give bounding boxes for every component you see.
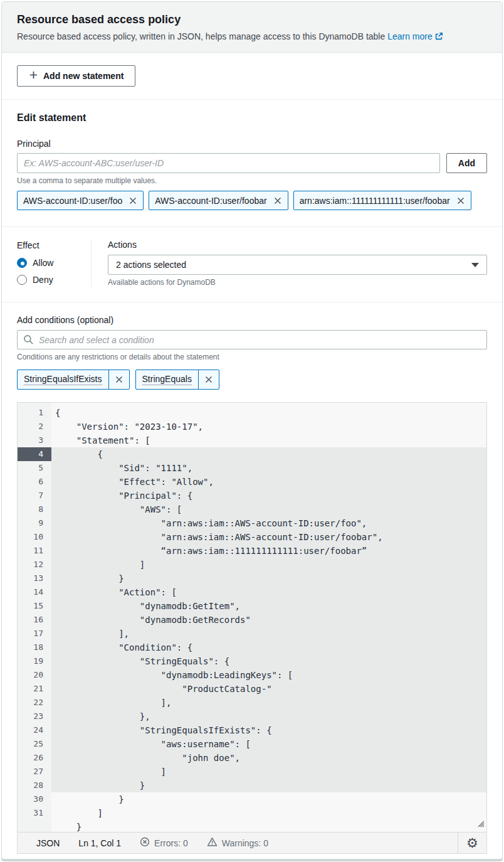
line-number: 9 (18, 516, 51, 530)
line-number: 26 (18, 751, 51, 765)
code-line-text[interactable]: { (51, 406, 486, 420)
code-line-text[interactable]: "ProductCatalog-" (51, 682, 486, 696)
effect-radio-group: AllowDeny (17, 258, 91, 285)
editor-line: 9 "arn:aws:iam::AWS-account-ID:user/foo"… (18, 516, 486, 530)
resize-handle-icon[interactable] (477, 818, 485, 830)
code-line-text[interactable]: } (51, 792, 486, 806)
actions-helper: Available actions for DynamoDB (108, 278, 487, 287)
code-line-text[interactable]: } (51, 820, 486, 833)
editor-line: 14 "Action": [ (18, 585, 486, 599)
policy-json-editor[interactable]: 1{2 "Version": "2023-10-17",3 "Statement… (17, 402, 487, 833)
code-line-text[interactable]: "arn:aws:iam::AWS-account-ID:user/foobar… (51, 530, 486, 544)
code-line-text[interactable]: ], (51, 696, 486, 710)
condition-tags: StringEqualsIfExistsStringEquals (17, 370, 487, 390)
principal-helper: Use a comma to separate multiple values. (17, 176, 487, 185)
remove-principal-tag-button[interactable] (456, 196, 465, 205)
principal-label: Principal (17, 139, 487, 149)
code-line-text[interactable]: "Version": "2023-10-17", (51, 420, 486, 434)
radio-unselected-icon[interactable] (17, 275, 27, 285)
condition-tag-label[interactable]: StringEquals (142, 374, 192, 385)
conditions-helper: Conditions are any restrictions or detai… (17, 353, 487, 361)
code-line-text[interactable]: "dynamodb:GetRecords" (51, 613, 486, 627)
line-number: 24 (18, 723, 51, 737)
line-number: 1 (18, 406, 51, 420)
radio-selected-icon[interactable] (17, 258, 27, 268)
remove-principal-tag-button[interactable] (273, 196, 282, 205)
errors-status[interactable]: Errors: 0 (140, 837, 188, 849)
actions-dropdown[interactable]: 2 actions selected (108, 255, 487, 275)
line-number: 7 (18, 489, 51, 503)
condition-search-input[interactable] (17, 330, 487, 349)
code-line-text[interactable]: "Action": [ (51, 585, 486, 599)
code-line-text[interactable]: "dynamodb:GetItem", (51, 599, 486, 613)
code-line-text[interactable]: ] (51, 765, 486, 779)
code-line-text[interactable]: “arn:aws:iam::111111111111:user/foobar” (51, 544, 486, 558)
code-line-text[interactable]: "arn:aws:iam::AWS-account-ID:user/foo", (51, 516, 486, 530)
actions-label: Actions (108, 240, 487, 250)
add-principal-button[interactable]: Add (446, 153, 487, 173)
principal-tag-label: arn:aws:iam::111111111111:user/foobar (300, 196, 450, 206)
language-indicator: JSON (36, 838, 60, 848)
gear-icon: ⚙ (466, 836, 478, 849)
code-line-text[interactable]: "Condition": { (51, 641, 486, 654)
editor-line: 10 "arn:aws:iam::AWS-account-ID:user/foo… (18, 530, 486, 544)
code-line-text[interactable]: } (51, 779, 486, 792)
code-line-text[interactable]: "Sid": "1111", (51, 461, 486, 475)
condition-tag-label[interactable]: StringEqualsIfExists (24, 374, 102, 385)
warning-icon (207, 837, 218, 849)
code-line-text[interactable]: "dynamodb:LeadingKeys": [ (51, 668, 486, 682)
editor-line: 16 "dynamodb:GetRecords" (18, 613, 486, 627)
principal-tag: arn:aws:iam::111111111111:user/foobar (293, 191, 471, 210)
editor-line: 13 } (18, 572, 486, 585)
code-line-text[interactable]: }, (51, 710, 486, 723)
editor-line: 3 "Statement": [ (18, 434, 486, 447)
condition-tag: StringEquals (135, 370, 219, 390)
remove-condition-tag-button[interactable] (198, 370, 219, 389)
line-number: 25 (18, 737, 51, 751)
line-number: 16 (18, 613, 51, 627)
line-number: 17 (18, 627, 51, 641)
remove-principal-tag-button[interactable] (129, 196, 137, 205)
editor-status-bar: JSON Ln 1, Col 1 Errors: 0 Warnings: 0 ⚙ (17, 833, 487, 854)
effect-radio-deny[interactable]: Deny (17, 275, 91, 285)
radio-label: Allow (33, 258, 53, 268)
line-number: 10 (18, 530, 51, 544)
code-line-text[interactable]: ] (51, 806, 486, 820)
editor-line: 23 }, (18, 710, 486, 723)
line-number: 14 (18, 585, 51, 599)
line-number: 15 (18, 599, 51, 613)
add-new-statement-button[interactable]: Add new statement (17, 65, 135, 87)
editor-line: 25 "aws:username": [ (18, 737, 486, 751)
principal-tags: AWS-account-ID:user/fooAWS-account-ID:us… (17, 191, 487, 210)
code-line-text[interactable]: } (51, 572, 486, 585)
line-number: 19 (18, 654, 51, 668)
principal-input[interactable] (17, 153, 440, 173)
editor-line: 19 "StringEquals": { (18, 654, 486, 668)
code-line-text[interactable]: "StringEqualsIfExists": { (51, 723, 486, 737)
line-number: 21 (18, 682, 51, 696)
editor-line: 18 "Condition": { (18, 641, 486, 654)
code-line-text[interactable]: "Statement": [ (51, 434, 486, 447)
editor-settings-button[interactable]: ⚙ (458, 833, 486, 853)
editor-line: 20 "dynamodb:LeadingKeys": [ (18, 668, 486, 682)
editor-line: 26 "john doe", (18, 751, 486, 765)
line-number: 12 (18, 558, 51, 572)
code-line-text[interactable]: { (51, 447, 486, 461)
code-line-text[interactable]: "Principal": { (51, 489, 486, 503)
line-number: 8 (18, 503, 51, 516)
code-line-text[interactable]: "Effect": "Allow", (51, 475, 486, 489)
cursor-position: Ln 1, Col 1 (78, 838, 121, 848)
remove-condition-tag-button[interactable] (108, 370, 129, 389)
warnings-status[interactable]: Warnings: 0 (207, 837, 268, 849)
code-line-text[interactable]: "AWS": [ (51, 503, 486, 516)
code-line-text[interactable]: "john doe", (51, 751, 486, 765)
learn-more-link[interactable]: Learn more (387, 31, 433, 41)
code-line-text[interactable]: ] (51, 558, 486, 572)
code-line-text[interactable]: "StringEquals": { (51, 654, 486, 668)
code-line-text[interactable]: "aws:username": [ (51, 737, 486, 751)
effect-radio-allow[interactable]: Allow (17, 258, 91, 268)
code-line-text[interactable]: ], (51, 627, 486, 641)
effect-label: Effect (17, 240, 91, 250)
editor-line: 4 { (18, 447, 486, 461)
line-number: 6 (18, 475, 51, 489)
